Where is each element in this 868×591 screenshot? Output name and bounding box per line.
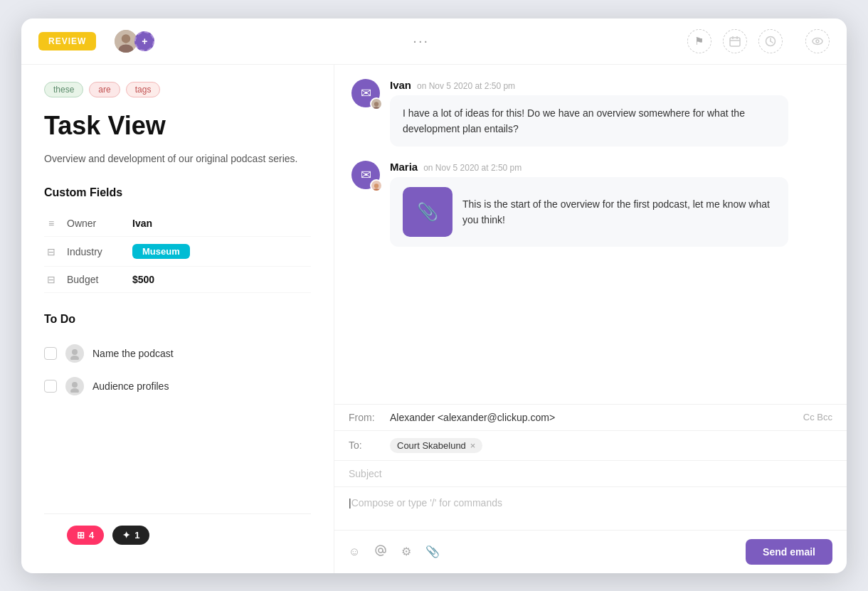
calendar-icon[interactable] [723, 29, 747, 53]
left-panel: these are tags Task View Overview and de… [21, 65, 334, 573]
compose-placeholder: Compose or type '/' for commands [351, 497, 502, 509]
todo-label-1: Name the podcast [92, 348, 174, 359]
more-options-button[interactable]: ··· [413, 33, 429, 49]
custom-fields: Custom Fields ≡ Owner Ivan ⊟ Industry Mu… [44, 186, 311, 293]
task-description: Overview and development of our original… [44, 151, 311, 166]
ivan-message-content: Ivan on Nov 5 2020 at 2:50 pm I have a l… [390, 79, 788, 147]
todo-checkbox-2[interactable] [44, 380, 57, 393]
send-email-button[interactable]: Send email [746, 539, 832, 565]
svg-point-14 [72, 382, 78, 388]
eye-icon[interactable] [805, 29, 830, 53]
pink-count: 4 [89, 530, 94, 541]
right-panel: ✉ Ivan on Nov 5 2020 at 2:50 pm [334, 65, 847, 573]
ivan-message-header: Ivan on Nov 5 2020 at 2:50 pm [390, 79, 788, 91]
settings-icon[interactable]: ⚙ [401, 545, 411, 558]
compose-area[interactable]: |Compose or type '/' for commands [334, 487, 847, 530]
maria-avatar-overlay [370, 179, 383, 192]
subject-row[interactable]: Subject [334, 461, 847, 487]
owner-label: Owner [67, 218, 124, 229]
attachment-thumbnail[interactable]: 📎 [403, 187, 452, 237]
industry-value[interactable]: Museum [132, 244, 190, 259]
budget-icon: ⊟ [44, 274, 58, 285]
svg-rect-3 [730, 38, 740, 46]
top-bar: REVIEW + ··· ⚑ [21, 18, 847, 65]
industry-icon: ⊟ [44, 246, 58, 257]
main-content: these are tags Task View Overview and de… [21, 65, 847, 573]
todo-checkbox-1[interactable] [44, 347, 57, 360]
emoji-icon[interactable]: ☺ [349, 545, 360, 558]
recipient-name: Court Skabelund [397, 440, 466, 451]
tag-are[interactable]: are [89, 82, 120, 97]
budget-label: Budget [67, 274, 124, 285]
industry-label: Industry [67, 246, 124, 257]
recipient-chip: Court Skabelund × [390, 438, 482, 453]
review-badge: REVIEW [38, 32, 96, 50]
field-budget: ⊟ Budget $500 [44, 267, 311, 293]
todo-item-1: Name the podcast [44, 337, 311, 370]
owner-icon: ≡ [44, 218, 58, 229]
svg-point-16 [374, 102, 379, 106]
svg-point-10 [813, 38, 822, 44]
maria-name: Maria [390, 161, 418, 173]
avatar-group: + [113, 28, 154, 54]
pink-icon: ⊞ [77, 530, 85, 541]
todo-label-2: Audience profiles [92, 380, 169, 392]
maria-message-header: Maria on Nov 5 2020 at 2:50 pm [390, 161, 788, 173]
ivan-avatar-overlay [370, 97, 383, 110]
message-maria: ✉ Maria on Nov 5 2020 at 2:50 pm [351, 161, 830, 247]
tag-these[interactable]: these [44, 82, 83, 97]
field-industry: ⊟ Industry Museum [44, 237, 311, 267]
top-bar-actions: ⚑ [687, 29, 830, 53]
ivan-bubble: I have a lot of ideas for this! Do we ha… [390, 95, 788, 147]
todo-section: To Do Name the podcast [44, 313, 311, 403]
from-label: From: [349, 412, 384, 423]
bottom-bar: ⊞ 4 ✦ 1 [44, 513, 311, 556]
maria-message-content: Maria on Nov 5 2020 at 2:50 pm 📎 This is… [390, 161, 788, 247]
maria-bubble: 📎 This is the start of the overview for … [390, 177, 788, 247]
maria-avatar: ✉ [351, 161, 380, 189]
from-row: From: Alexander <alexander@clickup.com> … [334, 405, 847, 431]
svg-point-20 [379, 548, 383, 553]
svg-point-13 [70, 356, 79, 360]
todo-avatar-1 [65, 344, 84, 363]
svg-point-1 [122, 34, 130, 43]
owner-value: Ivan [132, 218, 152, 229]
tags-row: these are tags [44, 82, 311, 97]
remove-recipient-button[interactable]: × [470, 440, 476, 451]
custom-fields-title: Custom Fields [44, 186, 311, 199]
clock-icon[interactable] [758, 29, 783, 53]
chat-area: ✉ Ivan on Nov 5 2020 at 2:50 pm [334, 65, 847, 405]
email-compose: From: Alexander <alexander@clickup.com> … [334, 405, 847, 573]
attachment-text: This is the start of the overview for th… [462, 196, 776, 228]
message-ivan: ✉ Ivan on Nov 5 2020 at 2:50 pm [351, 79, 830, 147]
svg-point-15 [70, 388, 79, 393]
attachment-card: 📎 This is the start of the overview for … [403, 187, 776, 237]
flag-icon[interactable]: ⚑ [687, 29, 711, 53]
dark-count: 1 [134, 530, 139, 541]
subject-placeholder: Subject [349, 468, 382, 479]
todo-title: To Do [44, 313, 311, 326]
svg-point-11 [816, 40, 819, 43]
svg-point-17 [373, 107, 379, 110]
to-row: To: Court Skabelund × [334, 431, 847, 461]
ivan-time: on Nov 5 2020 at 2:50 pm [417, 81, 515, 91]
mention-icon[interactable] [374, 544, 387, 560]
todo-avatar-2 [65, 377, 84, 395]
svg-point-18 [374, 184, 379, 188]
counter-badge-dark[interactable]: ✦ 1 [112, 526, 149, 545]
field-owner: ≡ Owner Ivan [44, 211, 311, 237]
attachment-icon[interactable]: 📎 [425, 545, 440, 558]
tag-tags[interactable]: tags [126, 82, 161, 97]
cc-bcc-button[interactable]: Cc Bcc [803, 412, 832, 422]
ivan-avatar: ✉ [351, 79, 380, 107]
task-title: Task View [44, 112, 311, 140]
counter-badge-pink[interactable]: ⊞ 4 [67, 526, 104, 545]
todo-item-2: Audience profiles [44, 370, 311, 403]
email-toolbar: ☺ ⚙ 📎 Send email [334, 530, 847, 573]
add-member-button[interactable]: + [134, 31, 154, 51]
from-value: Alexander <alexander@clickup.com> [390, 412, 798, 423]
dark-icon: ✦ [122, 530, 130, 541]
maria-time: on Nov 5 2020 at 2:50 pm [423, 163, 522, 173]
svg-point-19 [373, 189, 379, 193]
svg-point-12 [72, 349, 78, 355]
